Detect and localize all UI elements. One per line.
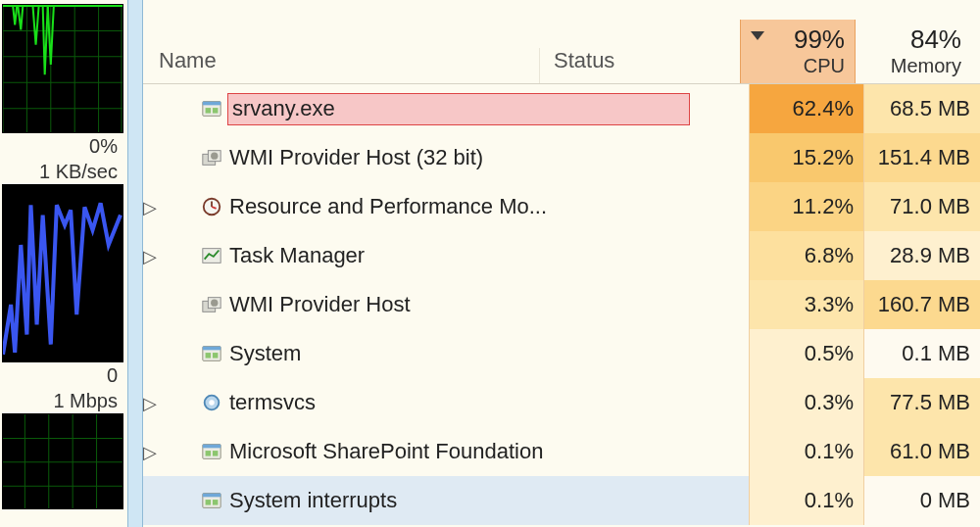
app-icon — [198, 343, 225, 364]
process-name: Microsoft SharePoint Foundation — [225, 439, 749, 464]
table-row[interactable]: ▷termsvcs0.3%77.5 MB — [143, 378, 980, 427]
net-rate-label: 1 Mbps — [0, 388, 123, 413]
col-memory[interactable]: 84% Memory — [856, 20, 971, 83]
table-row[interactable]: srvany.exe62.4%68.5 MB — [143, 84, 980, 133]
cpu-header-label: CPU — [741, 55, 845, 77]
memory-cell: 151.4 MB — [864, 133, 980, 182]
process-name: System — [225, 341, 749, 366]
net-zero-label: 0 — [0, 362, 123, 388]
expand-toggle[interactable]: ▷ — [143, 247, 157, 266]
clock-icon — [198, 196, 225, 217]
memory-cell: 0 MB — [864, 476, 980, 525]
cpu-cell: 0.1% — [749, 476, 864, 525]
process-name: Resource and Performance Mo... — [225, 194, 749, 219]
memory-cell: 61.0 MB — [864, 427, 980, 476]
memory-cell: 68.5 MB — [864, 84, 980, 133]
process-name: srvany.exe — [225, 93, 749, 125]
cpu-cell: 6.8% — [749, 231, 864, 280]
cpu-cell: 11.2% — [749, 182, 864, 231]
expand-toggle[interactable]: ▷ — [143, 394, 157, 413]
table-row[interactable]: ▷Task Manager6.8%28.9 MB — [143, 231, 980, 280]
col-cpu[interactable]: 99% CPU — [740, 20, 856, 83]
mem-total: 84% — [856, 24, 961, 55]
process-name: Task Manager — [225, 243, 749, 268]
table-header: Name Status 99% CPU 84% Memory — [143, 0, 980, 84]
row-indent: ▷ — [143, 439, 198, 464]
cpu-cell: 62.4% — [749, 84, 864, 133]
row-indent: ▷ — [143, 243, 198, 268]
service-icon — [198, 294, 225, 315]
process-name: WMI Provider Host (32 bit) — [225, 145, 749, 170]
table-row[interactable]: System0.5%0.1 MB — [143, 329, 980, 378]
cpu-cell: 3.3% — [749, 280, 864, 329]
cpu-cell: 0.1% — [749, 427, 864, 476]
app-icon — [198, 490, 225, 511]
splitter[interactable] — [127, 0, 143, 527]
row-indent: ▷ — [143, 390, 198, 415]
col-status[interactable]: Status — [540, 48, 740, 83]
table-row[interactable]: System interrupts0.1%0 MB — [143, 476, 980, 525]
memory-cell: 0.1 MB — [864, 329, 980, 378]
gear-icon — [198, 392, 225, 413]
sort-desc-icon — [751, 31, 764, 40]
memory-cell: 71.0 MB — [864, 182, 980, 231]
cpu-percent-label: 0% — [0, 133, 123, 159]
cpu-cell: 0.5% — [749, 329, 864, 378]
chart-icon — [198, 245, 225, 266]
row-indent: ▷ — [143, 194, 198, 219]
mem-header-label: Memory — [856, 55, 961, 77]
disk-rate-label: 1 KB/sec — [0, 159, 123, 184]
expand-toggle[interactable]: ▷ — [143, 198, 157, 217]
process-table: Name Status 99% CPU 84% Memory srvany.ex… — [143, 0, 980, 527]
net-mini-graph — [2, 413, 123, 509]
col-name[interactable]: Name — [143, 48, 540, 83]
app-icon — [198, 441, 225, 462]
table-row[interactable]: ▷Resource and Performance Mo...11.2%71.0… — [143, 182, 980, 231]
memory-cell: 77.5 MB — [864, 378, 980, 427]
memory-cell: 160.7 MB — [864, 280, 980, 329]
highlight: srvany.exe — [227, 93, 690, 125]
cpu-cell: 15.2% — [749, 133, 864, 182]
table-row[interactable]: ▷Microsoft SharePoint Foundation0.1%61.0… — [143, 427, 980, 476]
service-icon — [198, 147, 225, 168]
process-name: System interrupts — [225, 488, 749, 513]
process-name: termsvcs — [225, 390, 749, 415]
table-row[interactable]: WMI Provider Host (32 bit)15.2%151.4 MB — [143, 133, 980, 182]
cpu-cell: 0.3% — [749, 378, 864, 427]
table-body: srvany.exe62.4%68.5 MBWMI Provider Host … — [143, 84, 980, 527]
table-row[interactable]: WMI Provider Host3.3%160.7 MB — [143, 280, 980, 329]
cpu-mini-graph — [2, 4, 123, 133]
memory-cell: 28.9 MB — [864, 231, 980, 280]
process-name: WMI Provider Host — [225, 292, 749, 317]
perf-sidebar: 0% 1 KB/sec 0 1 Mbps — [0, 0, 127, 527]
expand-toggle[interactable]: ▷ — [143, 443, 157, 462]
app-icon — [198, 98, 225, 120]
disk-mini-graph — [2, 184, 123, 362]
